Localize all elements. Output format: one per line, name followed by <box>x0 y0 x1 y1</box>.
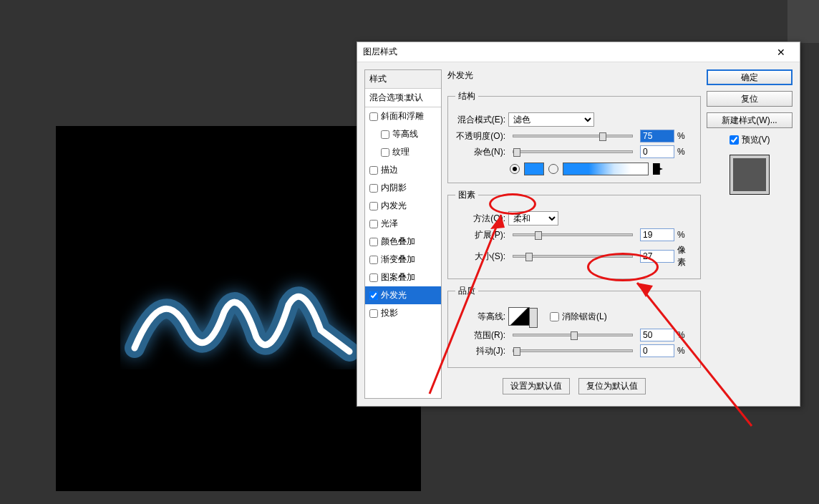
style-label: 外发光 <box>381 289 407 301</box>
style-item[interactable]: 纹理 <box>365 143 441 161</box>
gradient-picker[interactable] <box>563 163 649 175</box>
size-unit: 像素 <box>677 244 693 268</box>
style-label: 光泽 <box>381 218 398 230</box>
style-checkbox[interactable] <box>369 238 378 246</box>
style-item[interactable]: 投影 <box>365 304 441 322</box>
noise-label: 杂色(N): <box>455 146 505 158</box>
style-checkbox[interactable] <box>369 309 378 318</box>
new-style-button[interactable]: 新建样式(W)... <box>707 112 793 128</box>
close-icon[interactable]: ✕ <box>768 47 794 58</box>
style-item[interactable]: 光泽 <box>365 215 441 233</box>
reset-default-button[interactable]: 复位为默认值 <box>578 378 646 394</box>
style-checkbox[interactable] <box>369 220 378 228</box>
styles-header: 样式 <box>365 70 441 89</box>
antialias-checkbox[interactable] <box>550 312 559 321</box>
style-item[interactable]: 内阴影 <box>365 179 441 197</box>
blend-mode-label: 混合模式(E): <box>455 114 505 126</box>
opacity-slider[interactable] <box>513 135 633 137</box>
style-checkbox[interactable] <box>369 256 378 264</box>
preview-checkbox[interactable] <box>730 135 739 145</box>
style-item[interactable]: 斜面和浮雕 <box>365 107 441 125</box>
layer-style-dialog: 图层样式 ✕ 样式 混合选项:默认 斜面和浮雕等高线纹理描边内阴影内发光光泽颜色… <box>357 42 800 407</box>
range-unit: % <box>677 330 693 340</box>
style-checkbox[interactable] <box>369 273 378 282</box>
dialog-buttons: 确定 复位 新建样式(W)... 预览(V) <box>707 69 793 399</box>
noise-slider[interactable] <box>513 150 633 153</box>
style-item[interactable]: 颜色叠加 <box>365 233 441 251</box>
style-label: 渐变叠加 <box>381 253 415 266</box>
technique-select[interactable]: 柔和 <box>508 211 558 226</box>
styles-list: 样式 混合选项:默认 斜面和浮雕等高线纹理描边内阴影内发光光泽颜色叠加渐变叠加图… <box>364 69 442 399</box>
range-input[interactable] <box>640 329 674 341</box>
preview-label: 预览(V) <box>742 134 770 146</box>
blend-mode-select[interactable]: 滤色 <box>508 112 594 127</box>
elements-group: 图素 方法(Q): 柔和 扩展(P): % 大小(S): 像素 <box>447 189 701 279</box>
ok-button[interactable]: 确定 <box>707 69 793 85</box>
contour-picker[interactable] <box>508 307 530 326</box>
technique-label: 方法(Q): <box>455 213 505 225</box>
elements-legend: 图素 <box>455 189 478 201</box>
gradient-dropdown-icon[interactable] <box>653 163 663 175</box>
size-input[interactable] <box>640 250 674 263</box>
style-checkbox[interactable] <box>381 130 389 139</box>
style-checkbox[interactable] <box>369 291 378 300</box>
right-dock <box>788 0 819 43</box>
style-checkbox[interactable] <box>369 166 378 175</box>
titlebar[interactable]: 图层样式 ✕ <box>357 42 800 62</box>
style-checkbox[interactable] <box>369 184 378 193</box>
style-item[interactable]: 等高线 <box>365 125 441 143</box>
style-item[interactable]: 内发光 <box>365 197 441 215</box>
preview-toggle[interactable]: 预览(V) <box>707 134 793 146</box>
style-label: 内发光 <box>381 200 407 212</box>
jitter-unit: % <box>677 346 693 356</box>
neon-path <box>120 269 364 369</box>
effect-title: 外发光 <box>447 69 701 82</box>
spread-slider[interactable] <box>513 233 633 236</box>
opacity-input[interactable] <box>640 130 674 142</box>
spread-input[interactable] <box>640 228 674 241</box>
structure-legend: 结构 <box>455 90 478 102</box>
style-label: 图案叠加 <box>381 271 415 284</box>
quality-group: 品质 等高线: 消除锯齿(L) 范围(R): % 抖动(J): <box>447 285 701 368</box>
opacity-unit: % <box>677 131 693 141</box>
dialog-title: 图层样式 <box>363 46 768 58</box>
jitter-input[interactable] <box>640 344 674 357</box>
style-label: 等高线 <box>392 128 418 140</box>
make-default-button[interactable]: 设置为默认值 <box>503 378 570 394</box>
style-item[interactable]: 图案叠加 <box>365 268 441 286</box>
opacity-label: 不透明度(O): <box>455 130 505 142</box>
jitter-slider[interactable] <box>513 349 633 352</box>
size-slider[interactable] <box>513 255 633 258</box>
range-label: 范围(R): <box>455 329 505 341</box>
jitter-label: 抖动(J): <box>455 345 505 357</box>
spread-label: 扩展(P): <box>455 229 505 241</box>
structure-group: 结构 混合模式(E): 滤色 不透明度(O): % 杂色(N): % <box>447 90 701 183</box>
style-checkbox[interactable] <box>369 202 378 210</box>
noise-unit: % <box>677 147 693 157</box>
noise-input[interactable] <box>640 145 674 158</box>
style-item[interactable]: 渐变叠加 <box>365 251 441 268</box>
glow-color-swatch[interactable] <box>524 163 544 175</box>
antialias-label: 消除锯齿(L) <box>562 311 607 323</box>
style-label: 描边 <box>381 164 398 176</box>
settings-panel: 外发光 结构 混合模式(E): 滤色 不透明度(O): % 杂色(N): <box>447 69 701 399</box>
style-label: 内阴影 <box>381 182 407 194</box>
range-slider[interactable] <box>513 334 633 336</box>
preview-swatch <box>730 155 770 195</box>
style-checkbox[interactable] <box>369 112 378 121</box>
color-radio[interactable] <box>510 164 520 174</box>
style-checkbox[interactable] <box>381 148 389 157</box>
style-label: 投影 <box>381 307 398 319</box>
cancel-button[interactable]: 复位 <box>707 91 793 107</box>
size-label: 大小(S): <box>455 251 505 263</box>
contour-label: 等高线: <box>455 311 505 323</box>
style-item[interactable]: 外发光 <box>365 286 441 304</box>
gradient-radio[interactable] <box>548 164 558 174</box>
spread-unit: % <box>677 230 693 240</box>
quality-legend: 品质 <box>455 285 478 297</box>
blend-options-item[interactable]: 混合选项:默认 <box>365 89 441 107</box>
style-item[interactable]: 描边 <box>365 161 441 179</box>
style-label: 斜面和浮雕 <box>381 110 424 122</box>
style-label: 纹理 <box>392 146 410 158</box>
style-label: 颜色叠加 <box>381 236 415 248</box>
